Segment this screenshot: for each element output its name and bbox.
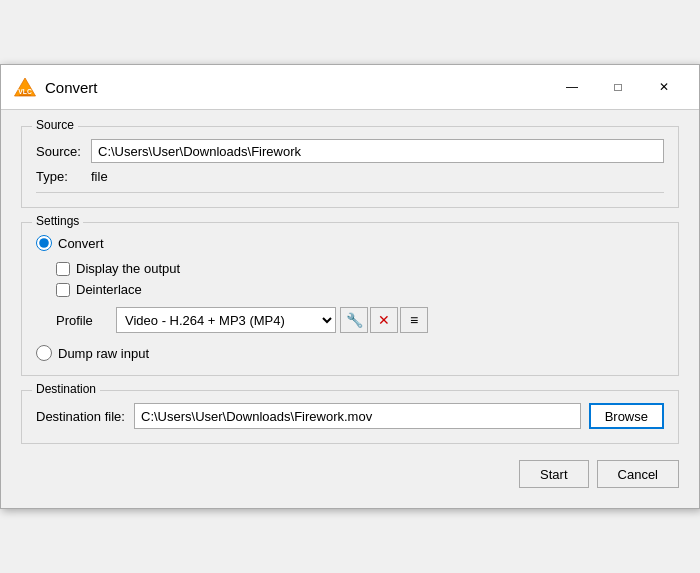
title-bar-controls: — □ ✕ [549, 71, 687, 103]
cancel-button[interactable]: Cancel [597, 460, 679, 488]
close-button[interactable]: ✕ [641, 71, 687, 103]
deinterlace-row: Deinterlace [56, 282, 664, 297]
source-field-row: Source: [36, 139, 664, 163]
start-button[interactable]: Start [519, 460, 588, 488]
type-value: file [91, 169, 108, 184]
type-label: Type: [36, 169, 91, 184]
display-output-row: Display the output [56, 261, 664, 276]
convert-radio-row: Convert [36, 235, 664, 251]
source-input[interactable] [91, 139, 664, 163]
dump-raw-row: Dump raw input [36, 345, 664, 361]
dump-raw-label: Dump raw input [58, 346, 149, 361]
dest-file-input[interactable] [134, 403, 581, 429]
profile-list-button[interactable]: ≡ [400, 307, 428, 333]
profile-label: Profile [56, 313, 116, 328]
settings-section-title: Settings [32, 214, 83, 228]
profile-edit-button[interactable]: 🔧 [340, 307, 368, 333]
destination-section-title: Destination [32, 382, 100, 396]
source-divider [36, 192, 664, 193]
source-section: Source Source: Type: file [21, 126, 679, 208]
minimize-button[interactable]: — [549, 71, 595, 103]
convert-radio[interactable] [36, 235, 52, 251]
dest-file-label: Destination file: [36, 409, 126, 424]
title-bar: VLC Convert — □ ✕ [1, 65, 699, 110]
deinterlace-label: Deinterlace [76, 282, 142, 297]
content: Source Source: Type: file Settings Conve… [1, 110, 699, 508]
browse-button[interactable]: Browse [589, 403, 664, 429]
vlc-icon: VLC [13, 75, 37, 99]
profile-select[interactable]: Video - H.264 + MP3 (MP4) Video - H.265 … [116, 307, 336, 333]
profile-row: Profile Video - H.264 + MP3 (MP4) Video … [56, 307, 664, 333]
bottom-buttons: Start Cancel [21, 460, 679, 492]
dump-raw-radio[interactable] [36, 345, 52, 361]
profile-delete-button[interactable]: ✕ [370, 307, 398, 333]
source-section-title: Source [32, 118, 78, 132]
destination-section: Destination Destination file: Browse [21, 390, 679, 444]
display-output-checkbox[interactable] [56, 262, 70, 276]
title-bar-left: VLC Convert [13, 75, 98, 99]
svg-text:VLC: VLC [18, 88, 32, 95]
source-label: Source: [36, 144, 91, 159]
deinterlace-checkbox[interactable] [56, 283, 70, 297]
main-window: VLC Convert — □ ✕ Source Source: Type: f… [0, 64, 700, 509]
convert-label: Convert [58, 236, 104, 251]
profile-buttons: 🔧 ✕ ≡ [340, 307, 428, 333]
settings-section: Settings Convert Display the output Dein… [21, 222, 679, 376]
display-output-label: Display the output [76, 261, 180, 276]
type-field-row: Type: file [36, 169, 664, 184]
destination-row: Destination file: Browse [36, 403, 664, 429]
window-title: Convert [45, 79, 98, 96]
maximize-button[interactable]: □ [595, 71, 641, 103]
